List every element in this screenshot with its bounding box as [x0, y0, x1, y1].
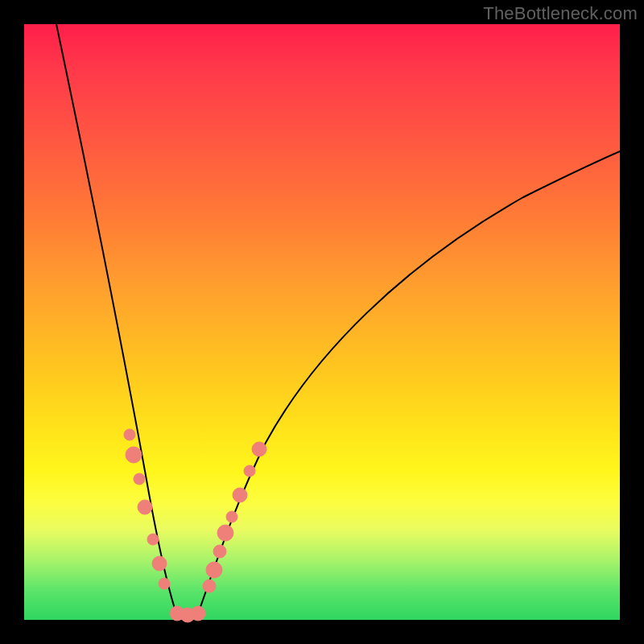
data-marker [217, 525, 233, 541]
right-curve [197, 151, 620, 616]
data-marker [126, 447, 142, 463]
data-marker [134, 473, 145, 485]
data-marker [252, 442, 266, 456]
data-marker [191, 606, 205, 621]
data-marker [124, 429, 135, 440]
data-marker [244, 465, 255, 477]
watermark-text: TheBottleneck.com [483, 3, 638, 24]
data-marker [213, 545, 226, 558]
left-curve [56, 24, 177, 616]
data-marker [203, 580, 216, 592]
data-marker [226, 511, 237, 522]
data-marker [233, 488, 247, 502]
chart-svg [24, 24, 620, 620]
data-marker [138, 500, 152, 514]
marker-group [124, 429, 266, 622]
chart-frame: TheBottleneck.com [0, 0, 644, 644]
data-marker [206, 562, 222, 578]
data-marker [159, 578, 170, 589]
data-marker [152, 556, 167, 571]
chart-plot-area [24, 24, 620, 620]
data-marker [147, 534, 159, 545]
